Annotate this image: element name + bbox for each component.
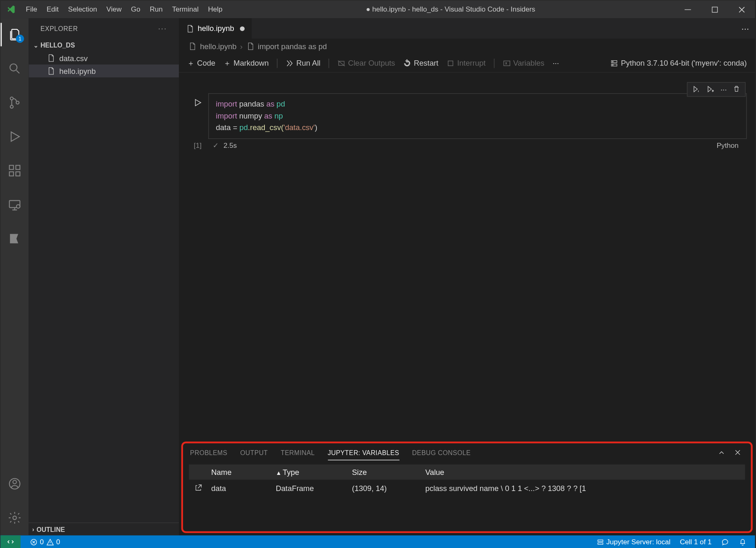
outline-label: OUTLINE — [37, 526, 65, 533]
add-markdown-button[interactable]: ＋Markdown — [223, 58, 269, 69]
code-editor[interactable]: import pandas as pd import numpy as np d… — [208, 93, 747, 139]
file-icon — [188, 42, 197, 50]
file-icon — [46, 54, 56, 62]
search-icon[interactable] — [0, 57, 29, 81]
header-type-label: Type — [283, 467, 299, 476]
clear-icon — [338, 59, 346, 67]
code-token: import — [216, 100, 237, 108]
file-data-csv[interactable]: data.csv — [29, 52, 179, 64]
tab-problems[interactable]: PROBLEMS — [190, 446, 227, 460]
delete-cell-icon[interactable] — [733, 85, 740, 94]
problems-status[interactable]: 0 0 — [26, 538, 64, 546]
kernel-label: Python 3.7.10 64-bit ('myenv': conda) — [621, 59, 747, 67]
menu-edit[interactable]: Edit — [42, 0, 63, 18]
tab-hello-ipynb[interactable]: hello.ipynb — [179, 18, 252, 39]
tab-actions-more-icon[interactable]: ··· — [741, 23, 755, 34]
panel-close-icon[interactable] — [734, 448, 741, 457]
debug-icon[interactable] — [0, 125, 29, 148]
notebook-toolbar: ＋Code ＋Markdown Run All Clear Outputs — [179, 54, 755, 73]
svg-point-20 — [613, 61, 613, 62]
folder-root[interactable]: ⌄ HELLO_DS — [29, 39, 179, 52]
run-cell-icon[interactable] — [193, 98, 202, 107]
variables-label: Variables — [513, 59, 544, 67]
sidebar-more-icon[interactable]: ··· — [158, 25, 167, 32]
jupyter-server-label: Jupyter Server: local — [606, 538, 670, 546]
execute-below-icon[interactable] — [706, 85, 715, 94]
run-all-button[interactable]: Run All — [286, 59, 321, 67]
cell-type: DataFrame — [272, 484, 349, 492]
svg-point-11 — [17, 205, 20, 209]
check-icon: ✓ — [213, 141, 219, 149]
header-size[interactable]: Size — [348, 467, 422, 476]
editor: hello.ipynb ··· hello.ipynb › import pan… — [179, 18, 755, 535]
vscode-window: File Edit Selection View Go Run Terminal… — [0, 0, 756, 548]
jupyter-server-status[interactable]: Jupyter Server: local — [593, 538, 674, 546]
svg-rect-9 — [16, 165, 20, 169]
interrupt-button[interactable]: Interrupt — [447, 59, 485, 67]
cell-language[interactable]: Python — [717, 141, 747, 149]
menu-view[interactable]: View — [102, 0, 126, 18]
run-by-line-icon[interactable] — [692, 85, 701, 94]
sort-asc-icon: ▲ — [276, 470, 281, 476]
accounts-icon[interactable] — [0, 472, 29, 496]
warning-count: 0 — [56, 538, 60, 546]
svg-point-14 — [13, 516, 17, 520]
source-control-icon[interactable] — [0, 91, 29, 114]
clear-label: Clear Outputs — [348, 59, 395, 67]
remote-explorer-icon[interactable] — [0, 193, 29, 216]
jupyter-icon[interactable] — [0, 227, 29, 251]
bottom-panel: PROBLEMS OUTPUT TERMINAL JUPYTER: VARIAB… — [181, 441, 753, 533]
add-code-button[interactable]: ＋Code — [187, 58, 215, 69]
breadcrumb-cell[interactable]: import pandas as pd — [258, 42, 327, 51]
execution-time: 2.5s — [223, 141, 237, 149]
code-token: = — [231, 123, 240, 132]
menu-go[interactable]: Go — [126, 0, 145, 18]
menu-selection[interactable]: Selection — [63, 0, 102, 18]
svg-point-2 — [10, 64, 17, 71]
cell-status: [1] ✓ 2.5s Python — [187, 139, 747, 150]
tab-debug-console[interactable]: DEBUG CONSOLE — [412, 446, 471, 460]
cell-more-icon[interactable]: ··· — [720, 85, 727, 94]
code-token: import — [216, 111, 237, 120]
clear-outputs-button[interactable]: Clear Outputs — [338, 59, 395, 67]
feedback-icon[interactable] — [718, 538, 733, 546]
editor-empty-space — [179, 149, 755, 441]
main-body: 1 — [0, 18, 755, 535]
svg-point-21 — [613, 64, 613, 65]
panel-collapse-icon[interactable] — [718, 448, 726, 457]
variables-button[interactable]: Variables — [503, 59, 544, 67]
settings-icon[interactable] — [0, 506, 29, 529]
tab-output[interactable]: OUTPUT — [240, 446, 268, 460]
bell-icon[interactable] — [735, 538, 750, 546]
breadcrumb[interactable]: hello.ipynb › import pandas as pd — [179, 39, 755, 54]
menu-help[interactable]: Help — [203, 0, 227, 18]
menu-run[interactable]: Run — [145, 0, 167, 18]
minimize-button[interactable] — [674, 0, 701, 18]
tab-terminal[interactable]: TERMINAL — [281, 446, 315, 460]
menu-file[interactable]: File — [21, 0, 42, 18]
remote-button[interactable] — [0, 535, 20, 548]
explorer-icon[interactable]: 1 — [0, 23, 29, 46]
popout-icon[interactable] — [189, 484, 207, 492]
table-row[interactable]: data DataFrame (1309, 14) pclass survive… — [189, 480, 745, 496]
breadcrumb-file[interactable]: hello.ipynb — [200, 42, 236, 51]
restart-button[interactable]: Restart — [403, 59, 438, 67]
header-type[interactable]: ▲Type — [272, 467, 349, 476]
file-icon — [246, 42, 254, 50]
toolbar-more-icon[interactable]: ··· — [553, 59, 559, 67]
error-icon — [30, 538, 37, 546]
maximize-button[interactable] — [701, 0, 728, 18]
cell-position-status[interactable]: Cell 1 of 1 — [676, 538, 715, 546]
kernel-selector[interactable]: Python 3.7.10 64-bit ('myenv': conda) — [610, 59, 746, 67]
code-token: ) — [315, 123, 317, 132]
extensions-icon[interactable] — [0, 159, 29, 183]
header-value[interactable]: Value — [422, 467, 745, 476]
tab-jupyter-variables[interactable]: JUPYTER: VARIABLES — [328, 445, 399, 460]
menu-terminal[interactable]: Terminal — [167, 0, 203, 18]
activity-bar: 1 — [0, 18, 29, 535]
header-name[interactable]: Name — [208, 467, 272, 476]
close-button[interactable] — [728, 0, 755, 18]
menu-bar: File Edit Selection View Go Run Terminal… — [21, 0, 227, 18]
outline-section[interactable]: › OUTLINE — [29, 522, 179, 535]
file-hello-ipynb[interactable]: hello.ipynb — [29, 64, 179, 77]
